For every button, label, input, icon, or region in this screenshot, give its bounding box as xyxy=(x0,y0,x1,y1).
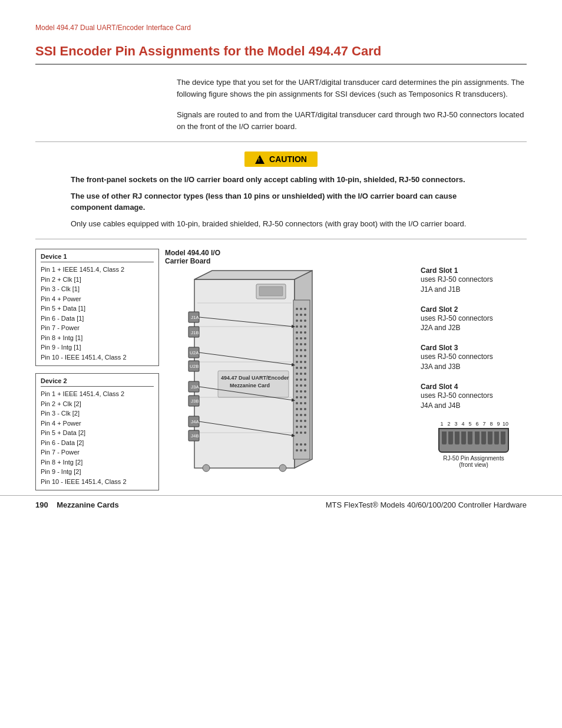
pin-row: Pin 9 - Intg [2] xyxy=(41,467,154,477)
svg-point-85 xyxy=(300,420,302,422)
svg-point-34 xyxy=(300,319,302,322)
svg-point-52 xyxy=(300,355,302,357)
svg-point-37 xyxy=(300,325,302,328)
section-title: SSI Encoder Pin Assignments for the Mode… xyxy=(35,44,527,65)
rj50-pin-number: 1 xyxy=(439,421,445,427)
pin-row: Pin 5 + Data [1] xyxy=(41,304,154,314)
svg-point-36 xyxy=(296,325,298,328)
svg-point-84 xyxy=(296,420,298,422)
svg-point-43 xyxy=(300,337,302,340)
svg-point-67 xyxy=(300,384,302,387)
pin-row: Pin 4 + Power xyxy=(41,419,154,429)
pin-row: Pin 2 + Clk [1] xyxy=(41,275,154,285)
svg-point-72 xyxy=(296,396,298,398)
pin-row: Pin 8 + Intg [1] xyxy=(41,333,154,343)
rj50-pin-number: 9 xyxy=(495,421,501,427)
svg-point-70 xyxy=(300,390,302,393)
device2-pins: Pin 1 + IEEE 1451.4, Class 2Pin 2 + Clk … xyxy=(41,389,154,486)
card-slot-desc: uses RJ-50 connectorsJ4A and J4B xyxy=(421,391,527,411)
footer: 190 Mezzanine Cards MTS FlexTest® Models… xyxy=(0,495,562,509)
svg-text:J3A: J3A xyxy=(191,384,199,390)
card-slot-title: Card Slot 2 xyxy=(421,305,527,314)
svg-point-54 xyxy=(296,361,298,363)
rj50-diagram: 12345678910 xyxy=(421,421,527,468)
card-slot-desc: uses RJ-50 connectorsJ2A and J2B xyxy=(421,314,527,334)
svg-text:J4B: J4B xyxy=(191,433,199,439)
svg-point-65 xyxy=(304,378,306,381)
rj50-pin xyxy=(494,431,499,444)
pin-row: Pin 7 - Power xyxy=(41,447,154,457)
pin-row: Pin 9 - Intg [1] xyxy=(41,342,154,353)
svg-point-29 xyxy=(304,308,306,310)
page: Model 494.47 Dual UART/Encoder Interface… xyxy=(0,0,562,527)
svg-text:U2B: U2B xyxy=(190,364,199,369)
device1-title: Device 1 xyxy=(41,253,154,262)
rj50-pin-number: 5 xyxy=(467,421,473,427)
device2-table: Device 2 Pin 1 + IEEE 1451.4, Class 2Pin… xyxy=(35,373,159,490)
pin-row: Pin 6 - Data [1] xyxy=(41,314,154,324)
pin-row: Pin 10 - IEEE 1451.4, Class 2 xyxy=(41,353,154,363)
footer-left: 190 Mezzanine Cards xyxy=(35,500,119,509)
caution-box: ! CAUTION xyxy=(35,151,527,167)
card-slot-title: Card Slot 4 xyxy=(421,383,527,391)
diagram-label: Model 494.40 I/O Carrier Board xyxy=(165,249,220,265)
svg-text:J3B: J3B xyxy=(191,398,199,404)
svg-point-63 xyxy=(296,378,298,381)
rj50-pin xyxy=(461,431,466,444)
svg-point-38 xyxy=(304,325,306,328)
svg-point-44 xyxy=(304,337,306,340)
rj50-numbers: 12345678910 xyxy=(421,421,527,427)
caution-text-block: The front-panel sockets on the I/O carri… xyxy=(71,174,491,229)
svg-point-40 xyxy=(300,331,302,334)
footer-left-text: Mezzanine Cards xyxy=(57,500,118,509)
svg-point-81 xyxy=(296,414,298,416)
svg-point-28 xyxy=(300,308,302,310)
svg-point-69 xyxy=(296,390,298,393)
intro-paragraph2: Signals are routed to and from the UART/… xyxy=(177,109,527,132)
divider-top xyxy=(35,141,527,142)
card-slot-title: Card Slot 1 xyxy=(421,266,527,275)
svg-point-90 xyxy=(296,431,298,434)
caution-warning2: The use of other RJ connector types (les… xyxy=(71,190,491,213)
svg-point-106 xyxy=(203,465,210,472)
pin-row: Pin 5 + Data [2] xyxy=(41,428,154,438)
svg-point-42 xyxy=(296,337,298,340)
pin-row: Pin 4 + Power xyxy=(41,294,154,304)
svg-point-77 xyxy=(304,402,306,404)
svg-point-51 xyxy=(296,355,298,357)
svg-point-107 xyxy=(279,465,286,472)
svg-point-53 xyxy=(304,355,306,357)
rj50-pin xyxy=(481,431,486,444)
svg-point-39 xyxy=(296,331,298,334)
card-slot-item: Card Slot 1uses RJ-50 connectorsJ1A and … xyxy=(421,266,527,295)
card-slot-item: Card Slot 2uses RJ-50 connectorsJ2A and … xyxy=(421,305,527,334)
svg-text:J1A: J1A xyxy=(191,315,199,320)
pin-row: Pin 3 - Clk [2] xyxy=(41,409,154,419)
svg-point-27 xyxy=(296,308,298,310)
svg-rect-9 xyxy=(259,286,283,296)
caution-warning1: The front-panel sockets on the I/O carri… xyxy=(71,174,491,186)
svg-point-98 xyxy=(304,449,306,452)
svg-point-33 xyxy=(296,319,298,322)
svg-point-93 xyxy=(296,443,298,446)
svg-point-95 xyxy=(304,443,306,446)
svg-point-48 xyxy=(296,349,298,351)
rj50-pin xyxy=(448,431,453,444)
caution-normal: Only use cables equipped with 10-pin, br… xyxy=(71,218,491,230)
caution-triangle-icon: ! xyxy=(255,155,265,164)
svg-point-92 xyxy=(304,431,306,434)
svg-point-75 xyxy=(296,402,298,404)
caution-badge: ! CAUTION xyxy=(244,151,318,167)
pin-row: Pin 8 + Intg [2] xyxy=(41,457,154,467)
svg-point-88 xyxy=(300,426,302,428)
card-slot-item: Card Slot 3uses RJ-50 connectorsJ3A and … xyxy=(421,344,527,372)
svg-point-62 xyxy=(304,373,306,375)
svg-point-41 xyxy=(304,331,306,334)
page-number: 190 xyxy=(35,500,48,509)
rj50-pin xyxy=(468,431,472,444)
pin-row: Pin 3 - Clk [1] xyxy=(41,284,154,294)
svg-text:Mezzanine Card: Mezzanine Card xyxy=(230,383,270,388)
svg-point-61 xyxy=(300,373,302,375)
svg-point-58 xyxy=(300,367,302,369)
rj50-pin xyxy=(501,431,505,444)
